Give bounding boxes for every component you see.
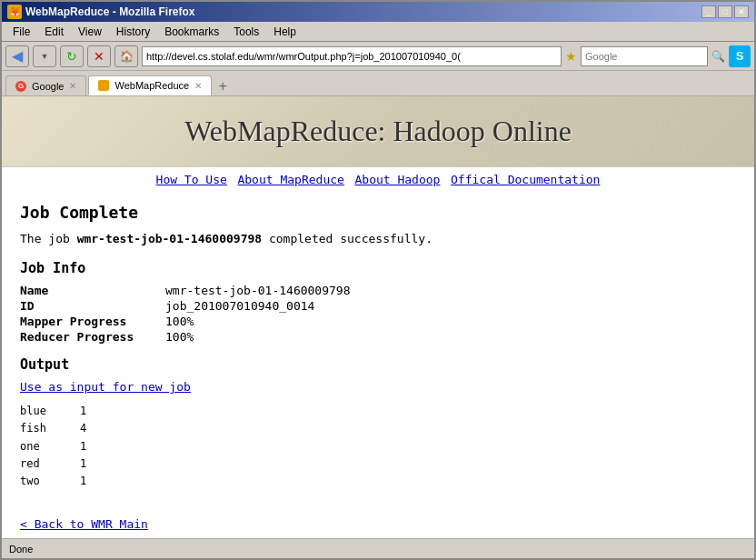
menu-view[interactable]: View [71,24,109,39]
maximize-button[interactable]: □ [718,5,732,18]
forward-dropdown-button[interactable]: ▼ [33,45,56,67]
about-hadoop-link[interactable]: About Hadoop [355,173,441,186]
info-value-name: wmr-test-job-01-1460009798 [165,284,351,297]
firefox-icon: 🦊 [7,5,22,19]
completion-message: The job wmr-test-job-01-1460009798 compl… [20,231,736,247]
stop-button[interactable]: ✕ [87,45,111,67]
info-label-mapper: Mapper Progress [20,315,165,328]
menu-tools[interactable]: Tools [226,24,266,39]
nav-links: How To Use About MapReduce About Hadoop … [2,167,754,192]
info-table: Name wmr-test-job-01-1460009798 ID job_2… [20,284,736,344]
banner: WebMapReduce: Hadoop Online [2,96,754,167]
title-bar-buttons: _ □ ✕ [701,5,749,18]
tab-google[interactable]: G Google ✕ [5,75,86,95]
output-data: blue 1 fish 4 one 1 red 1 two 1 [20,403,736,490]
page-content: WebMapReduce: Hadoop Online How To Use A… [2,96,754,538]
output-row-red: red 1 [20,455,736,473]
minimize-button[interactable]: _ [701,5,716,18]
output-heading: Output [20,356,736,373]
browser-window: 🦊 WebMapReduce - Mozilla Firefox _ □ ✕ F… [0,0,756,560]
info-label-id: ID [20,299,165,313]
output-row-two: two 1 [20,473,736,490]
address-input[interactable] [142,46,562,66]
banner-title: WebMapReduce: Hadoop Online [20,115,736,148]
bookmark-star-icon[interactable]: ★ [565,49,577,64]
output-val-one: 1 [80,438,86,455]
output-row-fish: fish 4 [20,420,736,437]
output-row-blue: blue 1 [20,403,736,420]
output-val-red: 1 [80,455,86,473]
how-to-use-link[interactable]: How To Use [156,173,227,186]
tab-google-close[interactable]: ✕ [69,81,76,91]
close-button[interactable]: ✕ [734,5,749,18]
info-value-reducer: 100% [165,330,194,344]
window-title: WebMapReduce - Mozilla Firefox [25,5,194,18]
tabs-bar: G Google ✕ WebMapReduce ✕ + [2,71,754,96]
info-value-id: job_201007010940_0014 [165,299,314,313]
output-val-two: 1 [80,473,86,490]
about-mapreduce-link[interactable]: About MapReduce [237,173,343,186]
info-row-reducer: Reducer Progress 100% [20,330,736,344]
menu-edit[interactable]: Edit [37,24,71,39]
output-key-fish: fish [20,420,65,437]
tab-wmr[interactable]: WebMapReduce ✕ [88,75,212,95]
output-val-fish: 4 [80,420,86,437]
info-row-id: ID job_201007010940_0014 [20,299,736,313]
tab-wmr-close[interactable]: ✕ [194,81,202,91]
output-key-one: one [20,438,65,455]
search-input[interactable] [581,46,708,66]
completion-prefix: The job [20,232,77,245]
status-text: Done [9,544,33,555]
job-name-bold: wmr-test-job-01-1460009798 [77,232,263,245]
info-row-mapper: Mapper Progress 100% [20,315,736,328]
back-to-wmr-link[interactable]: < Back to WMR Main [20,517,736,531]
output-key-two: two [20,473,65,490]
menu-history[interactable]: History [109,24,157,39]
output-key-red: red [20,455,65,473]
info-label-reducer: Reducer Progress [20,330,165,344]
output-row-one: one 1 [20,438,736,455]
output-val-blue: 1 [80,403,86,420]
tab-wmr-label: WebMapReduce [114,80,189,91]
info-row-name: Name wmr-test-job-01-1460009798 [20,284,736,297]
nav-bar: ◀ ▼ ↻ ✕ 🏠 ★ 🔍 S [2,42,754,71]
menu-help[interactable]: Help [266,24,303,39]
menu-bar: File Edit View History Bookmarks Tools H… [2,22,754,42]
reload-button[interactable]: ↻ [60,45,84,67]
menu-bookmarks[interactable]: Bookmarks [157,24,226,39]
title-bar: 🦊 WebMapReduce - Mozilla Firefox _ □ ✕ [2,2,754,22]
skype-button[interactable]: S [729,45,751,67]
menu-file[interactable]: File [5,24,37,39]
info-value-mapper: 100% [165,315,194,328]
status-bar: Done [2,538,754,558]
use-as-input-link[interactable]: Use as input for new job [20,380,736,394]
new-tab-button[interactable]: + [214,77,232,95]
title-bar-left: 🦊 WebMapReduce - Mozilla Firefox [7,5,194,19]
main-content: Job Complete The job wmr-test-job-01-146… [2,192,754,538]
official-docs-link[interactable]: Offical Documentation [451,173,600,186]
wmr-tab-icon [98,80,109,91]
output-key-blue: blue [20,403,65,420]
job-complete-heading: Job Complete [20,203,736,222]
tab-google-label: Google [32,81,64,92]
google-tab-icon: G [15,81,26,92]
job-info-heading: Job Info [20,260,736,276]
info-label-name: Name [20,284,165,297]
back-button[interactable]: ◀ [5,45,29,67]
search-icon[interactable]: 🔍 [711,50,725,63]
home-button[interactable]: 🏠 [114,45,138,67]
completion-suffix: completed successfully. [262,232,433,245]
